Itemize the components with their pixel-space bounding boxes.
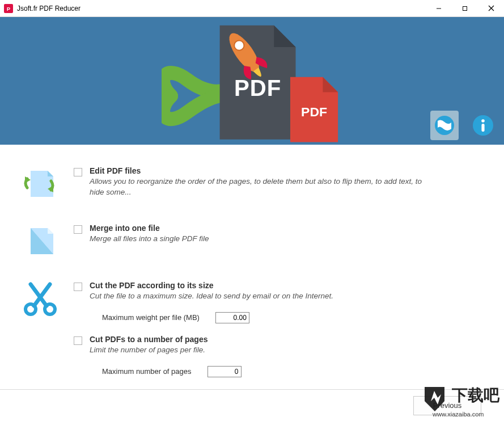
cut-size-input[interactable] <box>215 312 249 323</box>
merge-description: Merge all files into a single PDF file <box>90 234 424 245</box>
option-merge: Merge into one file Merge all files into… <box>23 224 487 260</box>
previous-button[interactable]: Previous <box>413 396 481 415</box>
svg-text:PDF: PDF <box>301 104 327 119</box>
cut-size-param-label: Maximum weight per file (MB) <box>102 313 200 322</box>
footer: Previous 下载吧 www.xiazaiba.com <box>0 389 504 421</box>
title-bar: P Jsoft.fr PDF Reducer <box>0 0 504 17</box>
option-edit: Edit PDF files Allows you to reorganize … <box>23 166 487 203</box>
cut-pages-checkbox[interactable] <box>74 336 82 345</box>
svg-rect-3 <box>463 6 467 10</box>
cut-size-checkbox[interactable] <box>74 283 82 291</box>
svg-point-13 <box>481 119 485 123</box>
cut-pages-param-label: Maximum number of pages <box>102 367 192 376</box>
scissors-icon <box>23 282 58 317</box>
option-cut-size: Cut the PDF according to its size Cut th… <box>23 281 487 323</box>
info-icon <box>472 114 494 137</box>
globe-icon <box>433 114 456 137</box>
option-cut-pages: Cut PDFs to a number of pages Limit the … <box>23 335 487 377</box>
website-button[interactable] <box>430 111 459 140</box>
cut-pages-description: Limit the number of pages per file. <box>90 345 424 356</box>
window-controls <box>426 0 504 16</box>
merge-checkbox[interactable] <box>74 225 82 234</box>
cut-size-description: Cut the file to a maximum size. Ideal to… <box>90 291 424 302</box>
minimize-button[interactable] <box>426 0 452 16</box>
merge-icon <box>23 225 57 259</box>
edit-icon <box>23 167 57 201</box>
svg-text:PDF: PDF <box>234 75 281 101</box>
banner: PDF PDF <box>0 17 504 145</box>
maximize-button[interactable] <box>452 0 478 16</box>
banner-artwork: PDF PDF <box>162 23 343 145</box>
svg-rect-14 <box>481 124 484 132</box>
cut-pages-title: Cut PDFs to a number of pages <box>90 335 487 344</box>
edit-checkbox[interactable] <box>74 168 82 176</box>
close-button[interactable] <box>478 0 504 16</box>
cut-pages-input[interactable] <box>207 366 242 377</box>
info-button[interactable] <box>469 111 497 140</box>
banner-toolbar <box>430 111 497 140</box>
app-icon: P <box>3 3 14 14</box>
svg-text:P: P <box>7 6 10 12</box>
edit-description: Allows you to reorganize the order of th… <box>90 176 424 198</box>
edit-title: Edit PDF files <box>90 166 487 175</box>
cut-size-title: Cut the PDF according to its size <box>90 281 487 290</box>
options-panel: Edit PDF files Allows you to reorganize … <box>0 145 504 389</box>
merge-title: Merge into one file <box>90 224 487 233</box>
window-title: Jsoft.fr PDF Reducer <box>17 5 426 12</box>
